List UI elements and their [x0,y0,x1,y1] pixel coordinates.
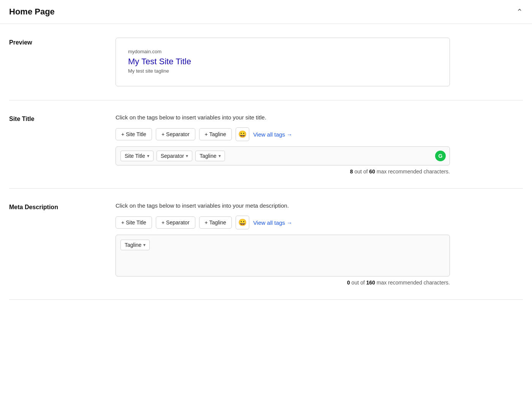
meta-description-view-all-tags-link[interactable]: View all tags → [253,219,292,226]
site-title-view-all-tags-link[interactable]: View all tags → [253,131,292,138]
char-count-max: 60 [369,168,375,175]
btn-label: Separator [166,131,189,137]
plus-icon: + [205,219,208,226]
meta-description-chip-tagline[interactable]: Tagline ▾ [120,240,150,250]
page-header: Home Page ⌃ [0,0,532,24]
preview-site-title: My Test Site Title [128,57,437,67]
char-count-max: 160 [366,280,375,286]
meta-description-add-tagline-btn[interactable]: + Tagline [199,216,232,229]
site-title-section: Site Title Click on the tags below to in… [9,100,523,189]
plus-icon: + [121,219,124,226]
char-count-current: 8 [350,168,353,175]
site-title-add-separator-btn[interactable]: + Separator [156,128,195,140]
btn-label: Tagline [209,131,226,137]
site-title-chip-site-title[interactable]: Site Title ▾ [120,151,154,161]
chip-label: Separator [161,153,184,159]
btn-label: Separator [166,219,189,226]
meta-description-section: Meta Description Click on the tags below… [9,189,523,300]
plus-icon: + [162,131,165,137]
char-count-suffix: max recommended characters. [377,168,450,175]
meta-description-label: Meta Description [9,202,100,286]
plus-icon: + [162,219,165,226]
site-title-label: Site Title [9,114,100,175]
site-title-instruction: Click on the tags below to insert variab… [116,114,523,121]
char-count-text: out of [352,280,366,286]
meta-description-tag-buttons: + Site Title + Separator + Tagline 😀 Vie… [116,216,523,229]
preview-box: mydomain.com My Test Site Title My test … [116,38,450,86]
meta-description-add-site-title-btn[interactable]: + Site Title [116,216,152,229]
meta-description-content: Click on the tags below to insert variab… [116,202,523,286]
site-title-emoji-btn[interactable]: 😀 [236,127,249,141]
char-count-suffix: max recommended characters. [377,280,450,286]
char-count-text: out of [355,168,369,175]
site-title-add-tagline-btn[interactable]: + Tagline [199,128,232,140]
btn-label: Tagline [209,219,226,226]
preview-section: Preview mydomain.com My Test Site Title … [9,24,523,100]
main-content: Preview mydomain.com My Test Site Title … [0,24,532,300]
chevron-down-icon: ▾ [147,153,149,159]
site-title-chip-separator[interactable]: Separator ▾ [157,151,192,161]
chip-label: Tagline [200,153,216,159]
meta-description-instruction: Click on the tags below to insert variab… [116,202,523,209]
site-title-tag-buttons: + Site Title + Separator + Tagline 😀 Vie… [116,127,523,141]
meta-description-add-separator-btn[interactable]: + Separator [156,216,195,229]
meta-description-char-count: 0 out of 160 max recommended characters. [116,280,450,286]
preview-content: mydomain.com My Test Site Title My test … [116,38,523,86]
site-title-add-site-title-btn[interactable]: + Site Title [116,128,152,140]
collapse-icon[interactable]: ⌃ [516,7,523,16]
site-title-chip-tagline[interactable]: Tagline ▾ [195,151,225,161]
chevron-down-icon: ▾ [143,242,146,248]
chip-label: Site Title [125,153,145,159]
page-title: Home Page [9,7,55,17]
site-title-char-count: 8 out of 60 max recommended characters. [116,168,450,175]
meta-description-emoji-btn[interactable]: 😀 [236,216,249,229]
plus-icon: + [205,131,208,137]
preview-domain: mydomain.com [128,49,437,54]
chevron-down-icon: ▾ [218,153,221,159]
site-title-input-field[interactable]: Site Title ▾ Separator ▾ Tagline ▾ G [116,146,450,165]
preview-label: Preview [9,38,100,86]
plus-icon: + [121,131,124,137]
meta-description-input-field[interactable]: Tagline ▾ [116,235,450,276]
btn-label: Site Title [126,219,146,226]
grammarly-icon: G [435,151,446,161]
site-title-content: Click on the tags below to insert variab… [116,114,523,175]
btn-label: Site Title [126,131,146,137]
chevron-down-icon: ▾ [186,153,188,159]
chip-label: Tagline [125,242,141,248]
preview-tagline: My test site tagline [128,68,437,74]
char-count-current: 0 [347,280,350,286]
